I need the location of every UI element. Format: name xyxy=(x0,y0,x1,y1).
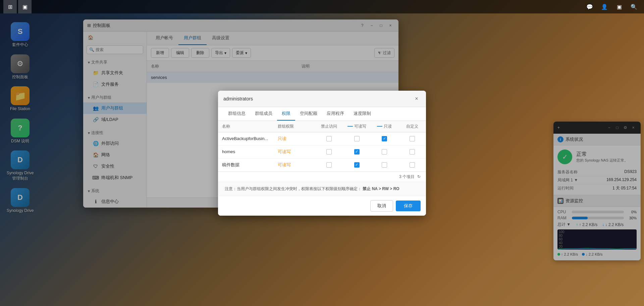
ro-checkbox-activebackup[interactable]: ✓ xyxy=(382,136,387,141)
perm-val-homes: 可读写 xyxy=(274,145,315,158)
permission-table-wrap: 名称 群组权限 禁止访问 可读写 xyxy=(218,121,426,172)
modal-tab-group-members[interactable]: 群组成员 xyxy=(250,107,277,121)
perm-name-draft: 稿件数据 xyxy=(218,158,274,171)
perm-row-activebackup: ActiveBackupforBusin... 只读 ✓ xyxy=(218,132,426,145)
modal-statusbar: 3 个项目 ↻ xyxy=(218,172,426,182)
taskbar-top: ⊞ ▣ 💬 👤 ▣ 🔍 xyxy=(0,0,644,13)
modal-tab-quota[interactable]: 空间配额 xyxy=(295,107,322,121)
rw-dash-line xyxy=(347,126,353,127)
perm-ro-draft[interactable] xyxy=(371,158,398,171)
modal-overlay: administrators × 群组信息 群组成员 权限 空间配额 应用程序 … xyxy=(0,0,644,306)
ro-checkbox-homes[interactable] xyxy=(382,149,387,155)
modal-actions: 取消 保存 xyxy=(218,196,426,216)
perm-col-name-header: 名称 xyxy=(218,121,274,132)
perm-rw-homes[interactable]: ✓ xyxy=(343,145,371,158)
save-button[interactable]: 保存 xyxy=(396,201,421,211)
perm-col-deny-header: 禁止访问 xyxy=(315,121,343,132)
perm-custom-activebackup[interactable] xyxy=(398,132,426,145)
taskbar-user-icon[interactable]: 👤 xyxy=(598,0,611,13)
taskbar-widgets-icon[interactable]: ▣ xyxy=(612,0,626,13)
cancel-button[interactable]: 取消 xyxy=(370,200,393,212)
modal-tabs: 群组信息 群组成员 权限 空间配额 应用程序 速度限制 xyxy=(218,107,426,121)
rw-checkbox-activebackup[interactable] xyxy=(354,136,360,141)
modal-footer-note: 注意：当用户与群组权限之间发生冲突时，权限将按以下权限级别顺序确定： 禁止 NA… xyxy=(218,182,426,196)
perm-val-activebackup: 只读 xyxy=(274,132,315,145)
taskbar-apps-button[interactable]: ⊞ xyxy=(3,0,17,13)
modal-title: administrators xyxy=(223,96,253,101)
perm-rw-activebackup[interactable] xyxy=(343,132,371,145)
deny-checkbox-draft[interactable] xyxy=(326,162,332,168)
custom-checkbox-homes[interactable] xyxy=(410,149,415,155)
perm-deny-homes[interactable] xyxy=(315,145,343,158)
perm-deny-draft[interactable] xyxy=(315,158,343,171)
perm-custom-draft[interactable] xyxy=(398,158,426,171)
taskbar-messages-icon[interactable]: 💬 xyxy=(583,0,596,13)
taskbar-active-app-button[interactable]: ▣ xyxy=(18,0,32,13)
taskbar-right: 💬 👤 ▣ 🔍 xyxy=(583,0,641,13)
ro-checkbox-draft[interactable] xyxy=(382,162,387,168)
modal-item-count: 3 个项目 xyxy=(399,174,415,180)
perm-rw-draft[interactable]: ✓ xyxy=(343,158,371,171)
perm-row-homes: homes 可读写 ✓ xyxy=(218,145,426,158)
modal-tab-group-info[interactable]: 群组信息 xyxy=(223,107,250,121)
deny-checkbox-activebackup[interactable] xyxy=(326,136,332,141)
permissions-table: 名称 群组权限 禁止访问 可读写 xyxy=(218,121,426,172)
perm-col-ro-header: 只读 xyxy=(371,121,398,132)
perm-row-draft: 稿件数据 可读写 ✓ xyxy=(218,158,426,171)
modal-refresh-icon[interactable]: ↻ xyxy=(417,174,421,179)
perm-col-custom-header: 自定义 xyxy=(398,121,426,132)
perm-ro-activebackup[interactable]: ✓ xyxy=(371,132,398,145)
modal-close-button[interactable]: × xyxy=(413,95,421,103)
perm-custom-homes[interactable] xyxy=(398,145,426,158)
modal-tab-permissions[interactable]: 权限 xyxy=(277,107,295,121)
perm-name-homes: homes xyxy=(218,145,274,158)
perm-col-perm-header: 群组权限 xyxy=(274,121,315,132)
custom-checkbox-activebackup[interactable] xyxy=(410,136,415,141)
ro-dash-line xyxy=(377,126,382,127)
rw-checkbox-draft[interactable]: ✓ xyxy=(354,162,360,168)
deny-checkbox-homes[interactable] xyxy=(326,149,332,155)
modal-tab-speed-limit[interactable]: 速度限制 xyxy=(349,107,376,121)
administrators-modal: administrators × 群组信息 群组成员 权限 空间配额 应用程序 … xyxy=(218,91,426,216)
taskbar-search-icon[interactable]: 🔍 xyxy=(627,0,641,13)
rw-checkbox-homes[interactable]: ✓ xyxy=(354,149,360,155)
perm-ro-homes[interactable] xyxy=(371,145,398,158)
custom-checkbox-draft[interactable] xyxy=(410,162,415,168)
perm-deny-activebackup[interactable] xyxy=(315,132,343,145)
modal-body: 名称 群组权限 禁止访问 可读写 xyxy=(218,121,426,196)
perm-val-draft: 可读写 xyxy=(274,158,315,171)
perm-col-rw-header: 可读写 xyxy=(343,121,371,132)
taskbar-left: ⊞ ▣ xyxy=(3,0,32,13)
perm-name-activebackup: ActiveBackupforBusin... xyxy=(218,132,274,145)
modal-titlebar: administrators × xyxy=(218,91,426,107)
modal-tab-applications[interactable]: 应用程序 xyxy=(322,107,349,121)
